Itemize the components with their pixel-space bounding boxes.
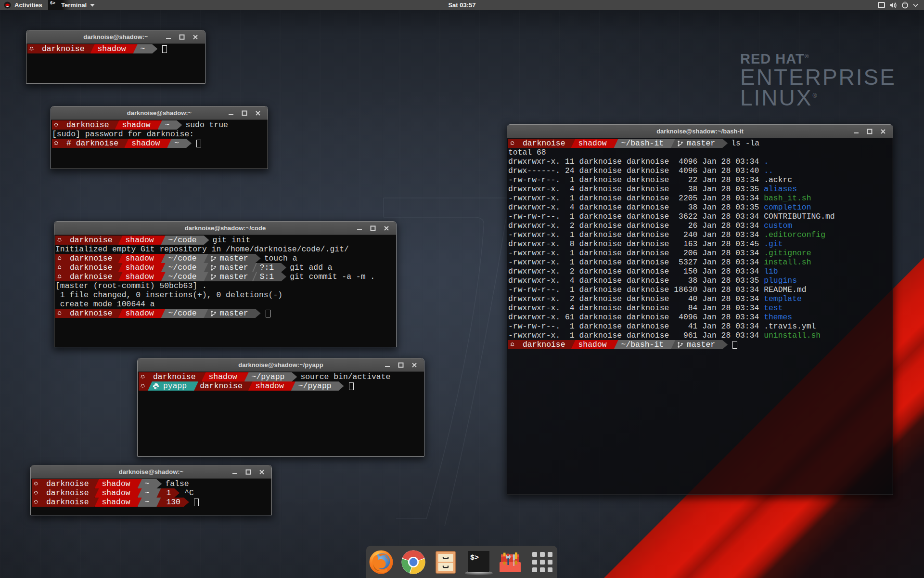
svg-text:$>: $> xyxy=(470,554,479,562)
